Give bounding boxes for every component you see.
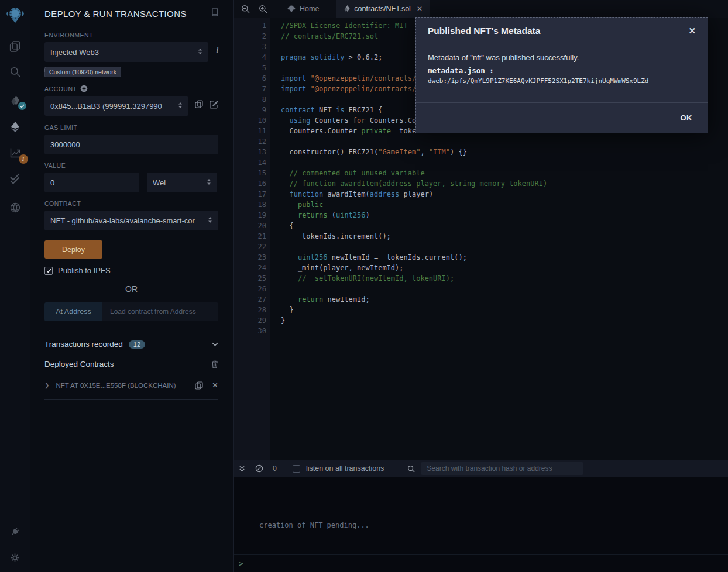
modal-filename: metadata.json : bbox=[428, 66, 696, 75]
environment-info-icon[interactable]: i bbox=[216, 46, 218, 55]
code-line: 24 _mint(player, newItemId); bbox=[234, 263, 728, 273]
file-explorer-icon[interactable] bbox=[6, 39, 24, 54]
zoom-out-icon[interactable] bbox=[236, 0, 254, 18]
sorter-icon bbox=[178, 102, 183, 111]
trash-icon[interactable] bbox=[211, 360, 218, 368]
value-unit-select[interactable]: Wei bbox=[147, 173, 217, 192]
environment-value: Injected Web3 bbox=[50, 48, 99, 57]
tab-file-label: contracts/NFT.sol bbox=[354, 5, 411, 13]
deployed-contract-label: NFT AT 0X15E...E558F (BLOCKCHAIN) bbox=[56, 382, 176, 389]
tab-home-label: Home bbox=[300, 5, 319, 13]
modal-close-icon[interactable]: ✕ bbox=[688, 26, 696, 36]
copy-contract-icon[interactable] bbox=[195, 381, 203, 390]
tab-close-icon[interactable]: ✕ bbox=[417, 5, 423, 13]
documentation-icon[interactable] bbox=[211, 8, 218, 19]
code-line: 29} bbox=[234, 315, 728, 326]
code-line: 19 returns (uint256) bbox=[234, 210, 728, 220]
tab-home[interactable]: Home bbox=[280, 0, 327, 18]
analytics-count-badge: 1 bbox=[19, 154, 28, 164]
terminal-prompt[interactable]: > bbox=[234, 554, 728, 572]
tab-bar: Home contracts/NFT.sol ✕ bbox=[234, 0, 728, 18]
deployed-contract-item: ❯ NFT AT 0X15E...E558F (BLOCKCHAIN) ✕ bbox=[44, 381, 218, 390]
contract-select[interactable]: NFT - github/ava-labs/avalanche-smart-co… bbox=[44, 211, 218, 230]
code-line: 27 return newItemId; bbox=[234, 294, 728, 305]
value-input[interactable] bbox=[44, 173, 139, 192]
account-label: ACCOUNT bbox=[44, 85, 77, 92]
transactions-count-badge: 12 bbox=[129, 340, 145, 349]
sorter-icon bbox=[207, 178, 211, 187]
network-badge: Custom (10920) network bbox=[44, 67, 121, 77]
terminal-search-icon bbox=[407, 465, 415, 473]
modal-ok-button[interactable]: OK bbox=[681, 113, 693, 122]
expand-contract-icon[interactable]: ❯ bbox=[44, 382, 49, 388]
edit-account-icon[interactable] bbox=[210, 100, 218, 109]
code-line: 13 constructor() ERC721("GameItem", "ITM… bbox=[234, 147, 728, 157]
terminal-collapse-icon[interactable] bbox=[239, 465, 245, 473]
sorter-icon bbox=[208, 216, 212, 225]
analytics-icon[interactable]: 1 bbox=[6, 145, 24, 160]
value-label: VALUE bbox=[44, 162, 218, 169]
code-line: 12 bbox=[234, 136, 728, 147]
search-icon[interactable] bbox=[6, 64, 24, 80]
listen-transactions-checkbox[interactable] bbox=[293, 465, 300, 473]
tab-nft-sol[interactable]: contracts/NFT.sol ✕ bbox=[336, 0, 430, 18]
contract-label: CONTRACT bbox=[44, 200, 218, 207]
code-line: 26 bbox=[234, 284, 728, 294]
code-line: 23 uint256 newItemId = _tokenIds.current… bbox=[234, 252, 728, 263]
or-divider: OR bbox=[44, 284, 218, 294]
gas-limit-input[interactable] bbox=[44, 135, 218, 154]
code-line: 30 bbox=[234, 326, 728, 336]
code-line: 28 } bbox=[234, 305, 728, 315]
code-line: 25 // _setTokenURI(newItemId, tokenURI); bbox=[234, 273, 728, 284]
clear-console-icon[interactable] bbox=[255, 464, 263, 473]
code-line: 22 bbox=[234, 242, 728, 252]
code-line: 16 // function awardItem(address player,… bbox=[234, 178, 728, 189]
publish-ipfs-checkbox[interactable] bbox=[44, 267, 53, 275]
account-value: 0x845...B1aB3 (999991.3297990 bbox=[50, 102, 162, 111]
terminal-log-line: creation of NFT pending... bbox=[259, 521, 369, 529]
code-line: 21 _tokenIds.increment(); bbox=[234, 231, 728, 242]
sourcify-icon[interactable] bbox=[6, 200, 24, 215]
terminal-search-input[interactable] bbox=[421, 462, 583, 475]
deploy-button[interactable]: Deploy bbox=[44, 240, 102, 259]
unit-testing-icon[interactable] bbox=[6, 171, 24, 186]
icon-sidebar: 1 bbox=[0, 0, 30, 572]
remove-contract-icon[interactable]: ✕ bbox=[212, 381, 218, 390]
code-line: 20 { bbox=[234, 220, 728, 231]
modal-title: Published NFT's Metadata bbox=[428, 26, 540, 36]
pending-tx-count: 0 bbox=[273, 464, 277, 473]
add-account-icon[interactable] bbox=[80, 85, 88, 92]
divider bbox=[44, 399, 218, 400]
code-line: 15 // commented out unused variable bbox=[234, 168, 728, 178]
transactions-recorded-label: Transactions recorded bbox=[44, 340, 123, 349]
sorter-icon bbox=[198, 48, 202, 57]
publish-ipfs-label: Publish to IPFS bbox=[58, 266, 111, 275]
value-unit: Wei bbox=[153, 178, 166, 187]
code-line: 14 bbox=[234, 157, 728, 168]
deployed-contracts-label: Deployed Contracts bbox=[44, 360, 114, 368]
code-line: 18 public bbox=[234, 199, 728, 210]
code-line: 17 function awardItem(address player) bbox=[234, 189, 728, 199]
modal-message: Metadata of "nft" was published successf… bbox=[428, 53, 696, 62]
deploy-run-panel: DEPLOY & RUN TRANSACTIONS ENVIRONMENT In… bbox=[30, 0, 234, 572]
remix-logo-icon bbox=[5, 5, 26, 26]
settings-gear-icon[interactable] bbox=[6, 550, 24, 565]
deploy-run-icon[interactable] bbox=[6, 119, 24, 135]
environment-select[interactable]: Injected Web3 bbox=[44, 42, 208, 62]
listen-transactions-label: listen on all transactions bbox=[306, 464, 384, 473]
zoom-in-icon[interactable] bbox=[254, 0, 272, 18]
contract-value: NFT - github/ava-labs/avalanche-smart-co… bbox=[50, 216, 195, 225]
panel-title: DEPLOY & RUN TRANSACTIONS bbox=[44, 9, 187, 19]
solidity-compiler-icon[interactable] bbox=[6, 94, 24, 109]
environment-label: ENVIRONMENT bbox=[44, 32, 218, 39]
account-select[interactable]: 0x845...B1aB3 (999991.3297990 bbox=[44, 96, 188, 116]
chevron-down-icon[interactable] bbox=[212, 342, 218, 346]
modal-ipfs-hash: dweb:/ipfs/QmYL9P1Z7KE6AQvKJPFF52SX1p2TE… bbox=[428, 77, 696, 85]
published-metadata-modal: Published NFT's Metadata ✕ Metadata of "… bbox=[415, 17, 708, 133]
at-address-input[interactable] bbox=[102, 302, 218, 321]
at-address-button[interactable]: At Address bbox=[44, 302, 102, 321]
plugin-manager-icon[interactable] bbox=[6, 524, 24, 539]
copy-account-icon[interactable] bbox=[195, 100, 203, 108]
gas-limit-label: GAS LIMIT bbox=[44, 124, 218, 131]
prompt-symbol: > bbox=[239, 559, 243, 568]
